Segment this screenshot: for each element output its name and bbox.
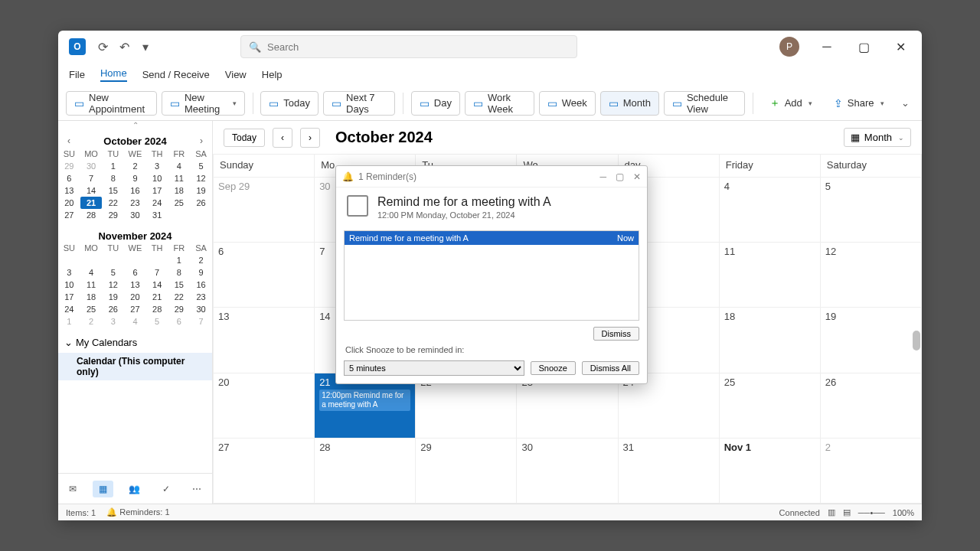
menu-view[interactable]: View [225, 69, 247, 80]
add-button[interactable]: ＋Add▾ [761, 91, 821, 116]
chevron-down-icon: ▾ [233, 99, 237, 107]
ribbon-collapse-icon[interactable]: ⌄ [897, 93, 914, 114]
reminder-heading: Remind me for a meeting with A [377, 195, 551, 209]
day-cell[interactable]: Sep 29 [214, 178, 315, 243]
schedule-button[interactable]: ▭Schedule View [664, 91, 745, 116]
sidebar: ⌃ ‹ October 2024 › SUMOTUWETHFRSA2930123… [58, 121, 213, 504]
more-icon[interactable]: ⋯ [186, 481, 207, 497]
share-button[interactable]: ⇪Share▾ [825, 91, 893, 116]
calendar-icon[interactable]: ▦ [93, 481, 113, 497]
view-reading-icon[interactable]: ▤ [843, 507, 851, 517]
dismiss-all-button[interactable]: Dismiss All [582, 361, 639, 375]
share-icon: ⇪ [834, 97, 843, 109]
week-button[interactable]: ▭Week [539, 91, 596, 116]
reminder-list[interactable]: Remind me for a meeting with ANow [344, 230, 639, 321]
refresh-icon[interactable]: ⟳ [92, 36, 113, 57]
snooze-select[interactable]: 5 minutes [344, 360, 524, 376]
titlebar: O ⟳ ↶ ▾ 🔍 Search P ─ ▢ ✕ [58, 31, 922, 63]
new-appointment-button[interactable]: ▭New Appointment [66, 91, 157, 116]
current-month-title: October 2024 [335, 129, 433, 146]
workweek-icon: ▭ [473, 97, 483, 109]
maximize-button[interactable]: ▢ [847, 31, 880, 63]
day-cell[interactable]: 26 [821, 373, 922, 439]
next-period-button[interactable]: › [300, 128, 320, 148]
day-cell[interactable]: 30 [517, 439, 618, 504]
today-button[interactable]: ▭Today [260, 91, 318, 116]
nav-bar: ✉ ▦ 👥 ✓ ⋯ [58, 473, 212, 504]
day-cell[interactable]: 6 [214, 243, 315, 308]
day-cell[interactable]: Nov 1 [720, 439, 821, 504]
day-cell[interactable]: 11 [720, 243, 821, 308]
zoom-value: 100% [893, 508, 914, 517]
month-button[interactable]: ▭Month [600, 91, 659, 116]
scrollbar[interactable] [911, 178, 920, 502]
day-cell[interactable]: 20 [214, 373, 315, 439]
reminder-title: 1 Reminder(s) [358, 171, 416, 182]
menu-help[interactable]: Help [262, 69, 283, 80]
day-cell[interactable]: 13 [214, 308, 315, 373]
collapse-up-icon[interactable]: ⌃ [58, 121, 212, 129]
view-selector[interactable]: ▦Month⌄ [844, 128, 911, 147]
day-header: Sunday [214, 155, 315, 178]
goto-today-button[interactable]: Today [224, 129, 265, 147]
next-month-icon[interactable]: › [197, 134, 206, 148]
day-cell[interactable]: 18 [720, 308, 821, 373]
undo-icon[interactable]: ↶ [113, 36, 135, 57]
reminder-row[interactable]: Remind me for a meeting with ANow [345, 231, 639, 245]
chevron-down-icon: ⌄ [64, 337, 73, 348]
next7-button[interactable]: ▭Next 7 Days [323, 91, 395, 116]
day-cell[interactable]: 25 [720, 373, 821, 439]
view-normal-icon[interactable]: ▥ [828, 507, 835, 517]
scrollbar-thumb[interactable] [913, 331, 920, 350]
month-icon: ▭ [609, 97, 619, 109]
prev-month-icon[interactable]: ‹ [64, 134, 74, 148]
menu-home[interactable]: Home [100, 67, 127, 82]
menu-file[interactable]: File [69, 69, 85, 80]
search-placeholder: Search [267, 41, 299, 53]
reminder-dialog: 🔔 1 Reminder(s) ─ ▢ ✕ Remind me for a me… [335, 165, 648, 384]
day-cell[interactable]: 28 [315, 439, 416, 504]
mini-calendar-2[interactable]: SUMOTUWETHFRSA12345678910111213141516171… [58, 242, 212, 328]
dialog-maximize-button[interactable]: ▢ [616, 171, 624, 182]
week-icon: ▭ [547, 97, 557, 109]
calendar-event[interactable]: 12:00pm Remind me for a meeting with A [319, 390, 410, 411]
day-cell[interactable]: 29 [416, 439, 517, 504]
qat-dropdown-icon[interactable]: ▾ [135, 36, 156, 57]
status-connected: Connected [779, 508, 820, 517]
day-cell[interactable]: 4 [720, 178, 821, 243]
close-button[interactable]: ✕ [884, 31, 917, 63]
snooze-button[interactable]: Snooze [531, 361, 576, 375]
dialog-close-button[interactable]: ✕ [633, 171, 641, 182]
day-cell[interactable]: 5 [821, 178, 922, 243]
tasks-icon[interactable]: ✓ [156, 481, 176, 497]
day-header: Saturday [821, 155, 922, 178]
plus-icon: ＋ [769, 96, 780, 110]
search-input[interactable]: 🔍 Search [240, 35, 577, 58]
calendar-item[interactable]: Calendar (This computer only) [58, 353, 212, 380]
new-meeting-button[interactable]: ▭New Meeting▾ [162, 91, 245, 116]
day-cell[interactable]: 19 [821, 308, 922, 373]
day-cell[interactable]: 31 [619, 439, 720, 504]
my-calendars-toggle[interactable]: ⌄My Calendars [58, 332, 212, 353]
day-icon: ▭ [420, 97, 430, 109]
zoom-slider[interactable]: ──•── [858, 508, 885, 517]
day-button[interactable]: ▭Day [411, 91, 460, 116]
mini-month1-title: October 2024 [74, 135, 197, 147]
avatar[interactable]: P [779, 37, 799, 57]
people-icon[interactable]: 👥 [122, 481, 146, 497]
dismiss-button[interactable]: Dismiss [593, 327, 640, 341]
menu-send[interactable]: Send / Receive [142, 69, 210, 80]
mini-calendar-1[interactable]: SUMOTUWETHFRSA29301234567891011121314151… [58, 148, 212, 221]
prev-period-button[interactable]: ‹ [273, 128, 292, 148]
dialog-minimize-button[interactable]: ─ [599, 171, 606, 182]
workweek-button[interactable]: ▭Work Week [465, 91, 534, 116]
minimize-button[interactable]: ─ [810, 31, 844, 63]
mail-icon[interactable]: ✉ [63, 481, 83, 497]
day-header: Friday [720, 155, 821, 178]
outlook-window: O ⟳ ↶ ▾ 🔍 Search P ─ ▢ ✕ File Home Send … [58, 31, 922, 520]
day-cell[interactable]: 2 [821, 439, 922, 504]
day-cell[interactable]: 12 [821, 243, 922, 308]
status-bar: Items: 1 🔔 Reminders: 1 Connected ▥ ▤ ──… [58, 504, 922, 520]
status-items: Items: 1 [66, 508, 96, 517]
day-cell[interactable]: 27 [214, 439, 315, 504]
